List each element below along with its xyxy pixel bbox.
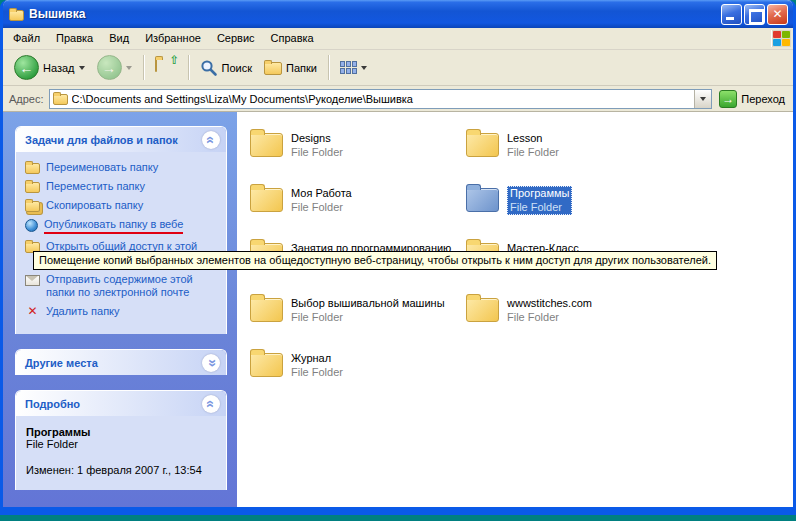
details-body: Программы File Folder Изменен: 1 февраля… [16, 416, 226, 490]
details-panel: Подробно Программы File Folder Изменен: … [15, 390, 227, 490]
menu-favorites[interactable]: Избранное [137, 28, 209, 49]
up-folder-glyph [155, 58, 157, 72]
minimize-button[interactable] [721, 4, 742, 25]
task-email-folder[interactable]: Отправить содержимое этой папки по элект… [25, 273, 220, 299]
task-pane: Задачи для файлов и папок Переименовать … [3, 112, 237, 507]
file-item[interactable]: Lesson File Folder [466, 128, 682, 162]
folder-icon [466, 133, 499, 157]
task-copy-folder[interactable]: Скопировать папку [25, 199, 220, 212]
address-dropdown-button[interactable] [694, 90, 711, 108]
folders-icon [264, 62, 282, 75]
content-area: Задачи для файлов и папок Переименовать … [3, 112, 793, 507]
file-folder-tasks-panel: Задачи для файлов и папок Переименовать … [15, 126, 227, 334]
address-label: Адрес: [9, 93, 44, 105]
window-title: Вышивка [29, 7, 716, 21]
go-button[interactable]: Переход [717, 90, 787, 108]
address-folder-icon [53, 94, 68, 105]
other-places-panel: Другие места [15, 349, 227, 375]
file-item[interactable]: wwwstitches.com File Folder [466, 293, 682, 327]
details-item-name: Программы [26, 426, 218, 438]
move-folder-icon [25, 182, 40, 193]
folders-button[interactable]: Папки [259, 58, 322, 77]
search-label: Поиск [222, 62, 252, 74]
task-publish-folder-web[interactable]: Опубликовать папку в вебе [25, 218, 220, 234]
task-move-folder[interactable]: Переместить папку [25, 180, 220, 193]
file-folder-tasks-header[interactable]: Задачи для файлов и папок [16, 127, 226, 152]
folder-icon [250, 353, 283, 377]
other-places-header[interactable]: Другие места [16, 350, 226, 375]
file-folder-tasks-body: Переименовать папку Переместить папку Ск… [16, 152, 226, 334]
windows-logo-icon [771, 30, 791, 47]
menu-bar: Файл Правка Вид Избранное Сервис Справка [3, 28, 793, 50]
publish-tooltip: Помещение копий выбранных элементов на о… [33, 251, 717, 270]
forward-dropdown-icon [126, 66, 132, 70]
toolbar: Назад ⇧ Поиск [3, 50, 793, 86]
toolbar-separator [188, 55, 189, 80]
go-label: Переход [741, 93, 785, 105]
up-folder-icon: ⇧ [155, 59, 177, 77]
collapse-chevron-icon[interactable] [202, 395, 220, 413]
details-item-type: File Folder [26, 438, 218, 450]
address-combo[interactable] [49, 89, 713, 109]
details-title: Подробно [25, 398, 202, 410]
back-icon [14, 55, 39, 80]
views-button[interactable] [335, 59, 372, 76]
folder-icon [466, 298, 499, 322]
forward-button[interactable] [92, 53, 137, 82]
explorer-window: Вышивка Файл Правка Вид Избранное Сервис… [0, 0, 796, 515]
address-bar: Адрес: Переход [3, 86, 793, 112]
menu-help[interactable]: Справка [263, 28, 322, 49]
window-folder-icon [9, 10, 24, 21]
file-item[interactable]: Выбор вышивальной машины File Folder [250, 293, 466, 327]
address-dropdown-icon [700, 97, 706, 101]
search-button[interactable]: Поиск [195, 57, 257, 79]
views-icon [340, 61, 357, 74]
collapse-chevron-icon[interactable] [202, 131, 220, 149]
file-column-right: Lesson File Folder Программы File Folder [466, 128, 682, 507]
details-item-modified: Изменен: 1 февраля 2007 г., 13:54 [26, 464, 218, 476]
go-arrow-icon [719, 90, 737, 108]
file-list-area[interactable]: Designs File Folder Моя Работа File Fold… [237, 112, 793, 507]
file-item[interactable]: Моя Работа File Folder [250, 183, 466, 217]
back-button[interactable]: Назад [9, 53, 90, 82]
expand-chevron-icon[interactable] [202, 354, 220, 372]
title-bar[interactable]: Вышивка [3, 0, 793, 28]
file-column-left: Designs File Folder Моя Работа File Fold… [250, 128, 466, 507]
desktop: Вышивка Файл Правка Вид Избранное Сервис… [0, 0, 796, 521]
file-folder-tasks-title: Задачи для файлов и папок [25, 134, 202, 146]
back-label: Назад [43, 62, 75, 74]
menu-tools[interactable]: Сервис [209, 28, 263, 49]
details-header[interactable]: Подробно [16, 391, 226, 416]
menu-file[interactable]: Файл [5, 28, 48, 49]
other-places-title: Другие места [25, 357, 202, 369]
folder-icon [466, 188, 499, 212]
back-dropdown-icon[interactable] [79, 66, 85, 70]
email-icon [25, 275, 40, 286]
up-arrow-icon: ⇧ [169, 53, 179, 67]
file-item-selected[interactable]: Программы File Folder [466, 183, 682, 217]
task-rename-folder[interactable]: Переименовать папку [25, 161, 220, 174]
up-button[interactable]: ⇧ [150, 57, 182, 79]
toolbar-separator [328, 55, 329, 80]
publish-web-icon [25, 219, 38, 232]
menu-edit[interactable]: Правка [48, 28, 101, 49]
task-delete-folder[interactable]: ✕ Удалить папку [25, 305, 220, 318]
folder-icon [250, 133, 283, 157]
maximize-button[interactable] [744, 4, 765, 25]
address-input[interactable] [72, 91, 691, 107]
menu-view[interactable]: Вид [101, 28, 137, 49]
copy-folder-icon [25, 201, 40, 212]
file-item[interactable]: Designs File Folder [250, 128, 466, 162]
views-dropdown-icon [361, 66, 367, 70]
close-button[interactable] [767, 4, 788, 25]
folder-icon [250, 188, 283, 212]
forward-icon [97, 55, 122, 80]
file-item[interactable]: Журнал File Folder [250, 348, 466, 382]
search-icon [200, 59, 218, 77]
folder-icon [250, 298, 283, 322]
toolbar-separator [143, 55, 144, 80]
rename-folder-icon [25, 163, 40, 174]
folders-label: Папки [286, 62, 317, 74]
delete-icon: ✕ [25, 305, 40, 318]
